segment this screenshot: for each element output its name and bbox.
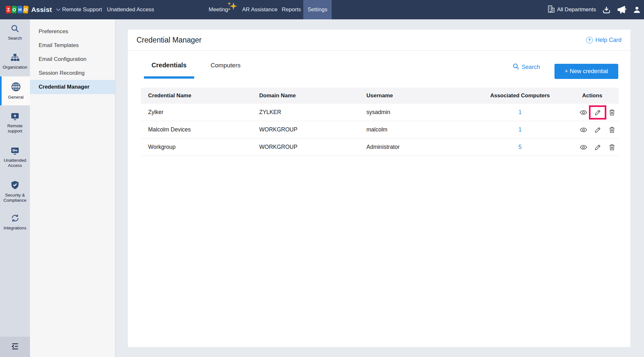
product-name: Assist (31, 6, 52, 14)
sidebar-item-integrations[interactable]: Integrations (0, 212, 30, 232)
departments-label: All Departments (557, 6, 596, 13)
logo-tile-h: H (17, 5, 23, 14)
sidebar-item-remote-support[interactable]: Remote support (0, 110, 30, 137)
sidebar-item-search[interactable]: Search (0, 23, 30, 43)
search-label: Search (522, 64, 540, 71)
nav-label: Settings (308, 6, 327, 13)
menu-item-session-recording[interactable]: Session Recording (30, 66, 115, 80)
rail-label: Organization (1, 65, 29, 70)
logo-tile-z: Z (5, 5, 11, 14)
edit-credential-button[interactable] (594, 127, 601, 133)
cell-username: Administrator (366, 144, 460, 150)
cell-credential-name: Zylker (141, 109, 259, 116)
col-header-credential-name: Credential Name (141, 92, 259, 99)
page-title: Credential Manager (137, 36, 202, 44)
cell-credential-name: Malcolm Devices (141, 126, 259, 133)
menu-item-preferences[interactable]: Preferences (30, 24, 115, 39)
cell-domain-name: ZYLKER (259, 109, 366, 116)
nav-reports[interactable]: Reports (282, 0, 301, 19)
zoho-assist-logo[interactable]: Z O H O Assist (6, 0, 61, 19)
nav-remote-support[interactable]: Remote Support (62, 0, 102, 19)
search-icon (513, 63, 519, 71)
table-search-button[interactable]: Search (513, 61, 540, 73)
sidebar-item-unattended-access[interactable]: Unattended Access (0, 143, 30, 172)
collapse-sidebar-button[interactable] (0, 337, 30, 357)
col-header-domain-name: Domain Name (259, 92, 366, 99)
col-header-username: Username (366, 92, 460, 99)
cell-actions (580, 121, 619, 138)
edit-credential-button[interactable] (594, 144, 601, 150)
associated-computers-link[interactable]: 5 (518, 144, 522, 150)
sidebar-item-general-active[interactable]: General (0, 76, 30, 105)
chevron-down-icon[interactable] (56, 7, 61, 13)
download-button[interactable] (602, 0, 611, 19)
rail-label: Search (1, 36, 29, 41)
view-credential-button[interactable] (580, 145, 587, 150)
org-chart-icon (11, 53, 19, 63)
col-header-actions: Actions (580, 88, 619, 104)
sparkle-icon (226, 1, 239, 13)
nav-settings-active[interactable]: Settings (303, 0, 332, 19)
cell-credential-name: Workgroup (141, 144, 259, 150)
associated-computers-link[interactable]: 1 (518, 126, 522, 133)
user-account-button[interactable] (633, 0, 641, 19)
rail-label: Security & Compliance (1, 193, 29, 203)
delete-credential-button[interactable] (608, 144, 615, 150)
menu-item-email-configuration[interactable]: Email Configuration (30, 52, 115, 66)
cell-actions (580, 104, 619, 121)
cell-domain-name: WORKGROUP (259, 144, 366, 150)
tab-computers[interactable]: Computers (204, 62, 247, 69)
help-icon: ? (586, 37, 593, 43)
col-header-associated-computers: Associated Computers (460, 92, 580, 99)
sidebar-item-organization[interactable]: Organization (0, 52, 30, 72)
main-content: Credential Manager ? Help Card Credentia… (115, 19, 644, 357)
menu-item-email-templates[interactable]: Email Templates (30, 38, 115, 53)
view-credential-button[interactable] (580, 127, 587, 132)
globe-icon (11, 82, 21, 93)
menu-item-credential-manager-active[interactable]: Credential Manager (30, 80, 115, 94)
credential-manager-card: Credential Manager ? Help Card Credentia… (128, 30, 630, 347)
building-icon (547, 5, 555, 14)
general-settings-menu: Preferences Email Templates Email Config… (30, 19, 115, 357)
rail-label: Remote support (1, 123, 29, 134)
nav-meeting[interactable]: Meeting (209, 0, 228, 19)
card-header: Credential Manager ? Help Card (128, 30, 630, 51)
rail-label: General (2, 95, 30, 100)
table-row-workgroup: Workgroup WORKGROUP Administrator 5 (141, 139, 619, 156)
rail-label: Integrations (1, 226, 29, 231)
delete-credential-button[interactable] (608, 109, 615, 116)
all-departments-selector[interactable]: All Departments (547, 0, 596, 19)
associated-computers-link[interactable]: 1 (518, 109, 522, 115)
tab-credentials-active[interactable]: Credentials (144, 62, 194, 69)
announcements-megaphone-button[interactable] (616, 0, 627, 19)
logo-tile-o2: O (23, 5, 29, 14)
delete-credential-button[interactable] (608, 127, 615, 133)
cell-username: sysadmin (366, 109, 460, 116)
zoho-logo: Z O H O (6, 6, 28, 14)
table-row-malcolm-devices: Malcolm Devices WORKGROUP malcolm 1 (141, 121, 619, 139)
nav-ar-assistance[interactable]: AR Assistance (242, 0, 278, 19)
nav-label: Unattended Access (107, 6, 154, 13)
edit-credential-button[interactable] (594, 109, 601, 115)
help-card-link[interactable]: ? Help Card (586, 30, 621, 51)
settings-category-rail: Search Organization General (0, 19, 30, 357)
cell-actions (580, 139, 619, 156)
nav-label: AR Assistance (242, 6, 278, 13)
active-tab-underline (144, 76, 194, 79)
view-credential-button[interactable] (580, 110, 587, 115)
new-credential-button[interactable]: + New credential (554, 64, 618, 79)
cell-domain-name: WORKGROUP (259, 126, 366, 133)
logo-tile-o1: O (11, 5, 17, 14)
rail-label: Unattended Access (1, 158, 29, 168)
nav-unattended-access[interactable]: Unattended Access (107, 0, 154, 19)
cell-username: malcolm (366, 126, 460, 133)
screen-plus-icon (11, 112, 19, 122)
table-row-zylker: Zylker ZYLKER sysadmin 1 (141, 104, 619, 121)
search-icon (11, 24, 19, 34)
nav-label: Reports (282, 6, 301, 13)
nav-label: Remote Support (62, 6, 102, 13)
sidebar-item-security-compliance[interactable]: Security & Compliance (0, 179, 30, 205)
table-header-row: Credential Name Domain Name Username Ass… (141, 88, 619, 104)
credentials-table: Credential Name Domain Name Username Ass… (141, 88, 619, 156)
nav-label: Meeting (209, 6, 228, 13)
